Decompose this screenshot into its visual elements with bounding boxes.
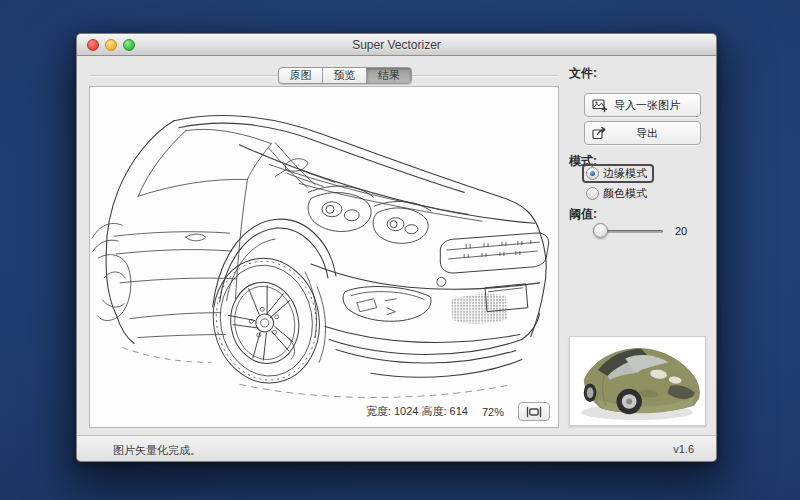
fit-to-window-icon <box>526 406 542 418</box>
width-label: 宽度: <box>366 405 391 417</box>
height-label: 高度: <box>421 405 446 417</box>
view-tabs: 原图 预览 结果 <box>278 67 412 84</box>
radio-selected-icon[interactable] <box>586 167 599 180</box>
original-car-photo <box>570 337 705 425</box>
status-bar: 图片矢量化完成。 v1.6 <box>77 435 716 461</box>
import-image-icon <box>592 98 608 113</box>
vectorized-car-drawing <box>90 87 558 427</box>
width-value: 1024 <box>394 405 418 417</box>
version-label: v1.6 <box>673 443 694 455</box>
tab-result[interactable]: 结果 <box>367 68 411 83</box>
titlebar[interactable]: Super Vectorizer <box>77 34 716 56</box>
tab-preview[interactable]: 预览 <box>323 68 367 83</box>
height-value: 614 <box>450 405 468 417</box>
color-mode-radio[interactable]: 颜色模式 <box>586 186 647 201</box>
window-title: Super Vectorizer <box>77 34 716 56</box>
export-button-label: 导出 <box>608 126 686 141</box>
color-mode-label: 颜色模式 <box>603 186 647 201</box>
edge-mode-radio[interactable]: 边缘模式 <box>582 164 654 183</box>
threshold-value: 20 <box>675 225 687 237</box>
export-icon <box>592 126 608 141</box>
status-message: 图片矢量化完成。 <box>113 443 201 458</box>
export-button[interactable]: 导出 <box>584 121 701 145</box>
fit-to-window-button[interactable] <box>518 402 550 421</box>
image-dimensions: 宽度: 1024 高度: 614 <box>366 404 468 419</box>
app-window: Super Vectorizer 原图 预览 结果 <box>76 33 717 462</box>
desktop-background: Super Vectorizer 原图 预览 结果 <box>0 0 800 500</box>
zoom-percent: 72% <box>482 406 504 418</box>
file-section-label: 文件: <box>569 65 597 82</box>
import-image-button[interactable]: 导入一张图片 <box>584 93 701 117</box>
import-image-button-label: 导入一张图片 <box>608 98 686 113</box>
result-canvas: 宽度: 1024 高度: 614 72% <box>89 86 559 428</box>
edge-mode-label: 边缘模式 <box>603 166 647 181</box>
tab-original[interactable]: 原图 <box>279 68 323 83</box>
threshold-slider-knob[interactable] <box>593 223 608 238</box>
threshold-section-label: 阈值: <box>569 206 597 223</box>
radio-unselected-icon[interactable] <box>586 187 599 200</box>
original-image-thumbnail <box>569 336 706 426</box>
threshold-slider: 20 <box>593 223 703 239</box>
image-info-bar: 宽度: 1024 高度: 614 72% <box>366 402 550 421</box>
